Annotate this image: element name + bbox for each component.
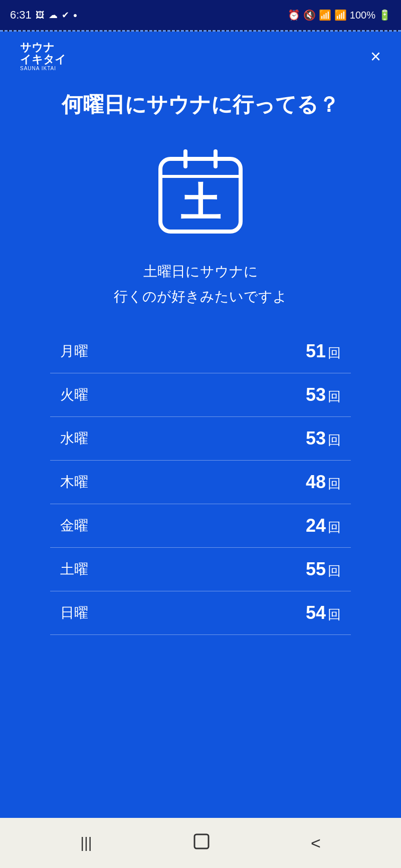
day-label: 金曜 [60, 516, 88, 535]
stats-row: 日曜54回 [50, 591, 351, 635]
main-content: サウナ イキタイ SAUNA IKTAI × 何曜日にサウナに行ってる？ 土 土… [0, 32, 401, 818]
stats-row: 火曜53回 [50, 373, 351, 417]
day-label: 土曜 [60, 560, 88, 579]
count-unit: 回 [328, 388, 341, 405]
count-unit: 回 [328, 519, 341, 536]
count-number: 55 [306, 559, 326, 580]
alarm-icon: ⏰ [288, 9, 300, 21]
count-number: 24 [306, 515, 326, 536]
calendar-icon: 土 [150, 139, 251, 239]
day-count: 48回 [306, 472, 341, 493]
count-unit: 回 [328, 431, 341, 449]
close-button[interactable]: × [370, 48, 381, 66]
day-count: 53回 [306, 428, 341, 449]
count-unit: 回 [328, 344, 341, 362]
stats-row: 金曜24回 [50, 504, 351, 548]
count-unit: 回 [328, 562, 341, 580]
day-count: 55回 [306, 559, 341, 580]
mute-icon: 🔇 [303, 9, 316, 21]
back-icon: < [311, 833, 321, 853]
subtitle-text: 土曜日にサウナに 行くのが好きみたいですよ [20, 259, 381, 310]
back-button[interactable]: < [311, 833, 321, 853]
home-button[interactable] [192, 832, 211, 854]
logo-text-jp: サウナ イキタイ [20, 42, 66, 66]
stats-row: 土曜55回 [50, 548, 351, 591]
battery-text: 100% [350, 10, 375, 21]
back-multitask-button[interactable]: ||| [80, 834, 92, 851]
count-number: 53 [306, 428, 326, 449]
day-count: 53回 [306, 384, 341, 405]
multitask-icon: ||| [80, 834, 92, 851]
day-label: 日曜 [60, 603, 88, 622]
battery-icon: 🔋 [378, 9, 391, 21]
day-label: 月曜 [60, 342, 88, 361]
stats-row: 月曜51回 [50, 330, 351, 373]
dot-icon: ● [73, 11, 77, 19]
stats-table: 月曜51回火曜53回水曜53回木曜48回金曜24回土曜55回日曜54回 [50, 330, 351, 635]
count-number: 54 [306, 602, 326, 623]
nav-bar: ||| < [0, 818, 401, 868]
day-count: 24回 [306, 515, 341, 536]
day-count: 51回 [306, 341, 341, 362]
day-count: 54回 [306, 602, 341, 623]
app-header: サウナ イキタイ SAUNA IKTAI × [20, 32, 381, 76]
check-icon: ✔ [62, 10, 69, 21]
time-display: 6:31 [10, 9, 32, 22]
wifi-icon: 📶 [319, 9, 331, 21]
count-number: 53 [306, 384, 326, 405]
stats-row: 水曜53回 [50, 417, 351, 461]
count-unit: 回 [328, 606, 341, 623]
logo-area: サウナ イキタイ SAUNA IKTAI [20, 42, 66, 71]
calendar-icon-container: 土 [20, 139, 381, 239]
page-title: 何曜日にサウナに行ってる？ [20, 91, 381, 119]
status-right: ⏰ 🔇 📶 📶 100% 🔋 [288, 9, 391, 21]
status-left: 6:31 🖼 ☁ ✔ ● [10, 9, 77, 22]
logo-wrapper: サウナ イキタイ SAUNA IKTAI [20, 42, 66, 71]
svg-text:土: 土 [180, 180, 221, 225]
home-icon [192, 832, 211, 854]
cloud-icon: ☁ [49, 10, 58, 21]
day-label: 火曜 [60, 385, 88, 404]
status-bar: 6:31 🖼 ☁ ✔ ● ⏰ 🔇 📶 📶 100% 🔋 [0, 0, 401, 30]
svg-rect-5 [194, 834, 209, 848]
count-unit: 回 [328, 475, 341, 493]
count-number: 48 [306, 472, 326, 493]
logo-sub: SAUNA IKTAI [20, 66, 56, 71]
signal-icon: 📶 [334, 9, 347, 21]
day-label: 木曜 [60, 473, 88, 492]
stats-row: 木曜48回 [50, 461, 351, 504]
day-label: 水曜 [60, 429, 88, 448]
photo-icon: 🖼 [36, 10, 45, 21]
count-number: 51 [306, 341, 326, 362]
